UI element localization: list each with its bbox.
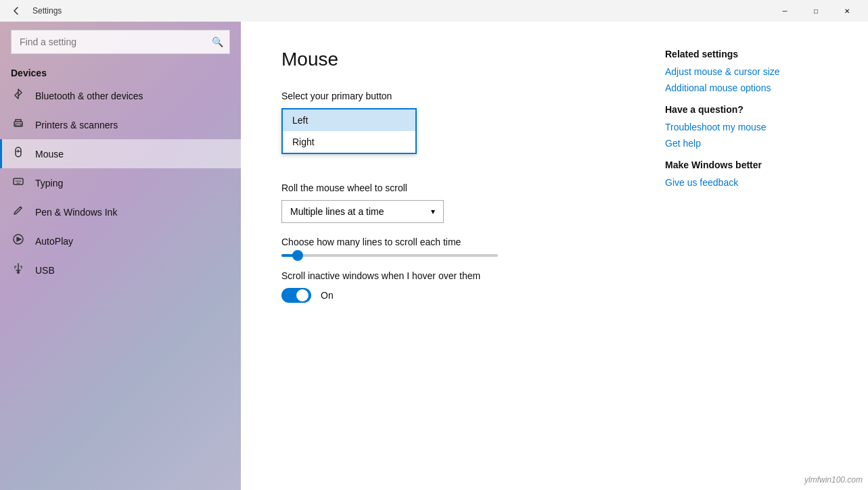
feedback-link[interactable]: Give us feedback [665, 177, 827, 188]
sidebar-item-typing[interactable]: Typing [0, 168, 241, 197]
sidebar-item-bluetooth[interactable]: Bluetooth & other devices [0, 81, 241, 110]
toggle-state-label: On [321, 290, 334, 301]
autoplay-icon [11, 233, 26, 249]
sidebar-item-pen[interactable]: Pen & Windows Ink [0, 197, 241, 226]
scroll-inactive-toggle[interactable] [281, 288, 311, 303]
scroll-dropdown[interactable]: Multiple lines at a time ▾ [281, 200, 444, 223]
search-input[interactable] [11, 30, 230, 54]
printer-icon [11, 117, 26, 132]
slider-track [281, 254, 498, 257]
lines-slider-container [281, 254, 827, 257]
make-better-title: Make Windows better [665, 160, 827, 170]
scroll-inactive-label: Scroll inactive windows when I hover ove… [281, 270, 827, 281]
related-settings-title: Related settings [665, 49, 827, 59]
slider-thumb[interactable] [292, 250, 303, 261]
sidebar-item-typing-label: Typing [35, 178, 63, 189]
option-right[interactable]: Right [283, 131, 415, 153]
primary-button-dropdown[interactable]: Left Right [281, 108, 417, 154]
window-controls: ─ □ ✕ [769, 0, 863, 22]
titlebar-title: Settings [32, 6, 62, 16]
scroll-inactive-toggle-row: On [281, 288, 827, 303]
mouse-icon [11, 146, 26, 162]
have-question-title: Have a question? [665, 104, 827, 115]
main-layout: 🔍 Devices Bluetooth & other devices Prin… [0, 22, 868, 490]
content-area: Mouse Select your primary button Left Ri… [241, 22, 868, 490]
titlebar-left: Settings [5, 0, 62, 22]
sidebar-item-autoplay[interactable]: AutoPlay [0, 226, 241, 255]
sidebar-item-usb-label: USB [35, 265, 55, 276]
scroll-dropdown-value: Multiple lines at a time [290, 206, 384, 217]
troubleshoot-link[interactable]: Troubleshoot my mouse [665, 122, 827, 132]
option-left[interactable]: Left [283, 109, 415, 131]
sidebar-item-pen-label: Pen & Windows Ink [35, 207, 117, 218]
sidebar-item-autoplay-label: AutoPlay [35, 236, 73, 247]
sidebar-item-mouse-label: Mouse [35, 149, 64, 160]
sidebar-search-container: 🔍 [11, 30, 230, 54]
titlebar: Settings ─ □ ✕ [0, 0, 868, 22]
watermark: ylmfwin100.com [804, 475, 863, 485]
sidebar-item-printers[interactable]: Printers & scanners [0, 110, 241, 139]
usb-icon [11, 262, 26, 278]
typing-icon [11, 175, 26, 191]
sidebar-item-usb[interactable]: USB [0, 255, 241, 285]
sidebar-item-printers-label: Printers & scanners [35, 120, 118, 130]
chevron-down-icon: ▾ [431, 207, 435, 216]
sidebar-item-mouse[interactable]: Mouse [0, 139, 241, 168]
get-help-link[interactable]: Get help [665, 138, 827, 149]
adjust-mouse-link[interactable]: Adjust mouse & cursor size [665, 66, 827, 77]
svg-rect-1 [16, 124, 21, 126]
bluetooth-icon [11, 88, 26, 103]
sidebar-item-bluetooth-label: Bluetooth & other devices [35, 91, 143, 101]
related-settings-panel: Related settings Adjust mouse & cursor s… [665, 49, 827, 193]
maximize-button[interactable]: □ [800, 0, 831, 22]
search-icon: 🔍 [212, 36, 223, 47]
toggle-knob [296, 289, 309, 301]
sidebar-section-title: Devices [0, 62, 241, 81]
back-button[interactable] [5, 0, 27, 22]
close-button[interactable]: ✕ [831, 0, 863, 22]
additional-options-link[interactable]: Additional mouse options [665, 82, 827, 93]
minimize-button[interactable]: ─ [769, 0, 800, 22]
sidebar: 🔍 Devices Bluetooth & other devices Prin… [0, 22, 241, 490]
pen-icon [11, 204, 26, 220]
lines-scroll-label: Choose how many lines to scroll each tim… [281, 237, 827, 247]
